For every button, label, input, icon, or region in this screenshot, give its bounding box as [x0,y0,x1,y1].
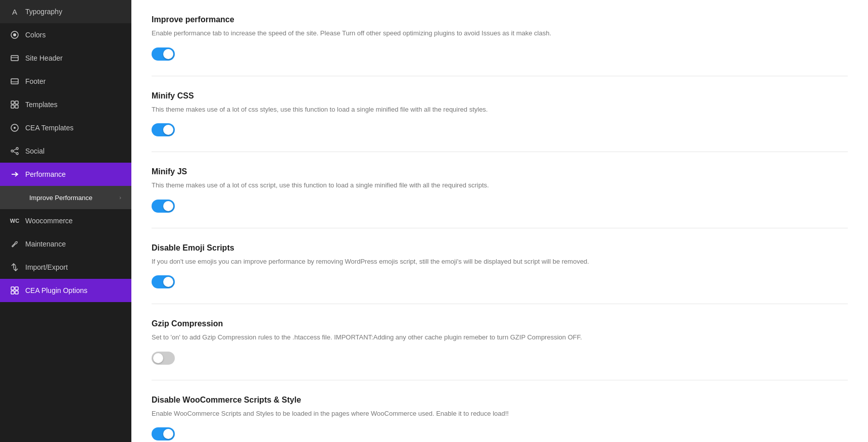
toggle-wrap [152,427,848,440]
section-gzip-compression: Gzip Compression Set to 'on' to add Gzip… [152,319,848,380]
svg-point-13 [11,150,13,152]
sidebar-item-import-export[interactable]: Import/Export [0,256,131,279]
sidebar-item-woocommerce[interactable]: WC Woocommerce [0,209,131,232]
minify-css-toggle[interactable] [152,123,175,136]
sidebar-item-label: Improve Performance [29,194,92,202]
section-improve-performance: Improve performance Enable performance t… [152,15,848,76]
sidebar-item-colors[interactable]: Colors [0,23,131,46]
sidebar-item-label: Footer [25,77,45,85]
section-description: Enable WooCommerce Scripts and Styles to… [152,409,606,419]
sidebar-item-typography[interactable]: A Typography [0,0,131,23]
svg-point-14 [16,153,18,155]
toggle-thumb [163,201,173,211]
toggle-thumb [163,429,173,439]
templates-icon [10,100,19,109]
sidebar-item-label: CEA Plugin Options [25,286,87,294]
sidebar-item-label: Woocommerce [25,217,73,225]
footer-icon [10,77,19,86]
svg-rect-2 [11,56,18,61]
toggle-wrap [152,352,848,365]
woocommerce-icon: WC [10,216,19,225]
toggle-wrap [152,275,848,288]
sidebar-item-label: Import/Export [25,263,68,271]
sub-item-icon [14,193,23,202]
import-export-icon [10,263,19,272]
svg-rect-20 [11,287,14,290]
svg-point-12 [16,148,18,150]
svg-rect-9 [15,105,18,108]
sidebar-item-label: Typography [25,8,62,16]
section-title: Disable Emoji Scripts [152,243,848,253]
sidebar-item-label: Colors [25,31,45,39]
sidebar-item-label: Social [25,147,44,155]
sidebar-item-label: CEA Templates [25,124,73,132]
section-disable-woocommerce-scripts: Disable WooCommerce Scripts & Style Enab… [152,396,848,443]
section-title: Minify CSS [152,91,848,101]
svg-rect-4 [11,79,18,84]
svg-rect-21 [15,287,18,290]
section-title: Disable WooCommerce Scripts & Style [152,396,848,405]
sidebar-item-footer[interactable]: Footer [0,70,131,93]
svg-rect-8 [11,105,14,108]
section-title: Improve performance [152,15,848,24]
maintenance-icon [10,239,19,249]
sidebar-item-cea-templates[interactable]: CEA Templates [0,116,131,139]
toggle-thumb [163,125,173,135]
svg-rect-23 [15,291,18,294]
disable-woocommerce-toggle[interactable] [152,427,175,440]
toggle-wrap [152,200,848,213]
improve-performance-toggle[interactable] [152,47,175,61]
svg-line-16 [13,152,16,153]
performance-icon [10,170,19,179]
sidebar-item-label: Performance [25,170,66,178]
section-minify-js: Minify JS This theme makes use of a lot … [152,167,848,228]
sidebar-item-templates[interactable]: Templates [0,93,131,116]
svg-point-11 [14,127,16,129]
main-content: Improve performance Enable performance t… [131,0,868,442]
section-title: Gzip Compression [152,319,848,328]
section-description: If you don't use emojis you can improve … [152,257,606,267]
sidebar-item-social[interactable]: Social [0,139,131,163]
sidebar-item-performance[interactable]: Performance [0,163,131,186]
sidebar-item-site-header[interactable]: Site Header [0,46,131,70]
section-description: This theme makes use of a lot of css sty… [152,105,606,115]
toggle-thumb [153,353,163,363]
sidebar: A Typography Colors Site Header Footer T… [0,0,131,442]
sidebar-item-maintenance[interactable]: Maintenance [0,232,131,256]
svg-rect-6 [11,101,14,104]
toggle-thumb [163,49,173,59]
svg-rect-22 [11,291,14,294]
typography-icon: A [10,7,19,16]
disable-emoji-toggle[interactable] [152,275,175,288]
toggle-thumb [163,277,173,287]
minify-js-toggle[interactable] [152,200,175,213]
cea-plugin-icon [10,286,19,295]
chevron-right-icon: › [119,194,121,201]
section-minify-css: Minify CSS This theme makes use of a lot… [152,91,848,153]
social-icon [10,146,19,156]
sidebar-item-improve-performance[interactable]: Improve Performance › [0,186,131,209]
section-description: This theme makes use of a lot of css scr… [152,180,606,190]
section-disable-emoji-scripts: Disable Emoji Scripts If you don't use e… [152,243,848,305]
svg-line-15 [13,149,16,151]
sidebar-item-label: Maintenance [25,240,66,248]
section-title: Minify JS [152,167,848,176]
sidebar-item-cea-plugin-options[interactable]: CEA Plugin Options [0,279,131,302]
toggle-wrap [152,47,848,61]
svg-rect-7 [15,101,18,104]
section-description: Set to 'on' to add Gzip Compression rule… [152,332,606,342]
site-header-icon [10,54,19,63]
section-description: Enable performance tab to increase the s… [152,28,606,38]
toggle-wrap [152,123,848,136]
gzip-toggle[interactable] [152,352,175,365]
sidebar-item-label: Site Header [25,54,63,62]
cea-templates-icon [10,123,19,132]
svg-point-1 [13,33,16,36]
sidebar-item-label: Templates [25,101,58,109]
colors-icon [10,30,19,39]
